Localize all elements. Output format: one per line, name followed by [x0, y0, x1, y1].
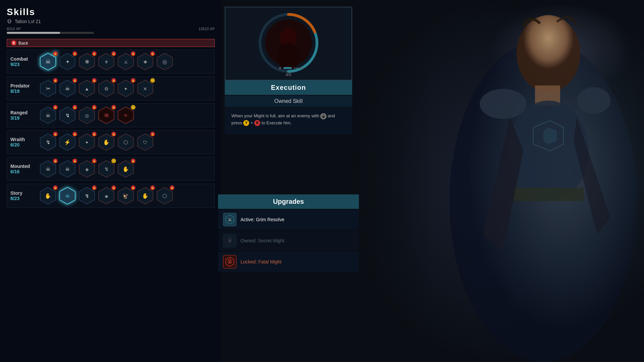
story-skill-4[interactable]: ◈ 🔒	[97, 187, 115, 205]
mount-skill-4[interactable]: ↯ 🔒	[97, 160, 115, 178]
story-lock-6: 🔒	[150, 185, 155, 190]
pred-skill-1[interactable]: ✂ 🔒	[39, 79, 57, 98]
portrait-ring-svg	[255, 9, 322, 76]
svg-rect-10	[8, 22, 9, 23]
ranged-skills-row: ☠ 🔒 ↯ 🔒 ◎ 🔒	[39, 106, 135, 124]
xp-total: 13510 XP	[199, 27, 215, 31]
predator-skills-row: ✂ 🔒 ☠ 🔒 ▲ 🔒	[39, 79, 154, 98]
ranged-name: Ranged	[10, 110, 37, 115]
upgrade-name-locked: Locked: Fatal Might	[240, 259, 281, 264]
upgrade-item-owned[interactable]: Owned: Secret Might	[218, 231, 359, 251]
svg-text:⚡: ⚡	[64, 139, 71, 145]
svg-text:↯: ↯	[46, 139, 50, 145]
b-button: B	[254, 120, 260, 126]
pred-skill-6[interactable]: ✕ 🔒	[136, 79, 154, 98]
wraith-skill-2[interactable]: ⚡ 🔒	[58, 133, 76, 151]
svg-text:◎: ◎	[162, 59, 167, 65]
story-lock-4: 🔒	[111, 185, 116, 190]
mount-skill-5[interactable]: ✋ 🔒	[117, 160, 135, 178]
page-title: Skills	[7, 7, 215, 17]
predator-row: Predator 8/19 ✂ 🔒 ☠ 🔒	[10, 79, 211, 98]
mount-lock-5: 🔒	[131, 159, 136, 163]
svg-point-1	[517, 15, 580, 92]
svg-text:▲: ▲	[85, 86, 89, 92]
wraith-lock-6: 🔒	[150, 132, 155, 136]
svg-text:✋: ✋	[142, 193, 149, 199]
combat-skills-row: ☠ 🔒 ✦ 🔒 ❋ 🔒	[39, 53, 174, 71]
xp-labels: 8313 XP 13510 XP	[7, 27, 215, 31]
combat-skill-4[interactable]: ⚜ 🔒	[97, 53, 115, 71]
combat-skill-1[interactable]: ☠ 🔒	[39, 53, 57, 71]
upgrade-item-active[interactable]: ⚔ Active: Grim Resolve	[218, 209, 359, 230]
combat-skill-6[interactable]: ❖ 🔒	[136, 53, 154, 71]
wraith-skill-6[interactable]: 🛡 🔒	[136, 133, 154, 151]
story-skill-2[interactable]: ☠	[58, 187, 76, 205]
range-skill-4[interactable]: ≋ 🔒	[97, 106, 115, 124]
range-lock-3: 🔒	[92, 105, 97, 110]
back-button[interactable]: B Back	[7, 39, 215, 47]
predator-label-col: Predator 8/19	[10, 83, 37, 94]
pred-lock-4: 🔒	[111, 78, 116, 83]
combat-row: Combat 9/23 ☠ 🔒 ✦ 🔒	[10, 53, 211, 71]
mounted-skills-row: ☠ 🔒 ☠ 🔒 ◈ 🔒	[39, 160, 135, 178]
pred-skill-3[interactable]: ▲ 🔒	[78, 79, 96, 98]
range-lock-5: 🔒	[131, 105, 136, 110]
svg-point-89	[277, 43, 300, 70]
range-skill-5[interactable]: ≈ 🔒	[117, 106, 135, 124]
combat-skill-2[interactable]: ✦ 🔒	[58, 53, 76, 71]
pred-skill-2[interactable]: ☠ 🔒	[58, 79, 76, 98]
wraith-lock-2: 🔒	[72, 132, 77, 136]
pred-skill-5[interactable]: ✦ 🔒	[117, 79, 135, 98]
back-label: Back	[18, 41, 28, 46]
combat-skill-3[interactable]: ❋ 🔒	[78, 53, 96, 71]
mount-lock-1: 🔒	[53, 159, 58, 163]
story-skill-3[interactable]: ↯ 🔒	[78, 187, 96, 205]
mount-lock-4: 🔒	[111, 159, 116, 163]
story-skill-5[interactable]: 🦅 🔒	[117, 187, 135, 205]
story-lock-5: 🔒	[131, 185, 136, 190]
svg-point-90	[279, 67, 281, 69]
svg-text:⬡: ⬡	[123, 139, 128, 145]
story-skill-7[interactable]: ⬡ 🔒	[156, 187, 174, 205]
svg-rect-6	[513, 188, 584, 201]
portrait-level: 4/5	[286, 72, 291, 77]
left-panel: Skills Talion Lvl 21 8313 XP 13510 XP B …	[0, 0, 221, 362]
svg-text:✦: ✦	[124, 86, 128, 92]
story-category: Story 8/23 ✋ 🔒 ☠	[7, 184, 215, 208]
svg-text:◈: ◈	[85, 167, 89, 172]
lock-badge-2: 🔒	[72, 51, 77, 56]
wraith-skill-1[interactable]: ↯ 🔒	[39, 133, 57, 151]
svg-point-3	[480, 89, 527, 119]
pred-skill-4[interactable]: ⚙ 🔒	[97, 79, 115, 98]
mounted-count: 6/16	[10, 169, 37, 174]
svg-text:⚜: ⚜	[104, 59, 109, 65]
wraith-skill-4[interactable]: ✋ 🔒	[97, 133, 115, 151]
lock-badge-3: 🔒	[92, 51, 97, 56]
combat-name: Combat	[10, 56, 37, 62]
range-lock-1: 🔒	[53, 105, 58, 110]
upgrade-icon-locked	[223, 255, 236, 268]
svg-text:⚙: ⚙	[104, 86, 109, 92]
ls-button: ●	[320, 113, 326, 119]
mount-skill-1[interactable]: ☠ 🔒	[39, 160, 57, 178]
wraith-skill-3[interactable]: ✦ 🔒	[78, 133, 96, 151]
range-skill-1[interactable]: ☠ 🔒	[39, 106, 57, 124]
mount-skill-3[interactable]: ◈ 🔒	[78, 160, 96, 178]
range-skill-3[interactable]: ◎ 🔒	[78, 106, 96, 124]
mount-skill-2[interactable]: ☠ 🔒	[58, 160, 76, 178]
range-skill-2[interactable]: ↯ 🔒	[58, 106, 76, 124]
wraith-skill-5[interactable]: ⬡	[117, 133, 135, 151]
mount-lock-3: 🔒	[92, 159, 97, 163]
combat-skill-7[interactable]: ◎	[156, 53, 174, 71]
svg-text:≋: ≋	[104, 112, 109, 119]
svg-text:☠: ☠	[65, 166, 70, 172]
pred-lock-5: 🔒	[131, 78, 136, 83]
combat-skill-5[interactable]: ⚔ 🔒	[117, 53, 135, 71]
upgrade-item-locked[interactable]: Locked: Fatal Might	[218, 252, 359, 272]
story-label-col: Story 8/23	[10, 190, 37, 201]
story-skill-6[interactable]: ✋ 🔒	[136, 187, 154, 205]
svg-text:☠: ☠	[46, 166, 50, 172]
ranged-count: 3/19	[10, 115, 37, 121]
svg-text:⚔: ⚔	[228, 217, 232, 222]
story-skill-1[interactable]: ✋ 🔒	[39, 187, 57, 205]
